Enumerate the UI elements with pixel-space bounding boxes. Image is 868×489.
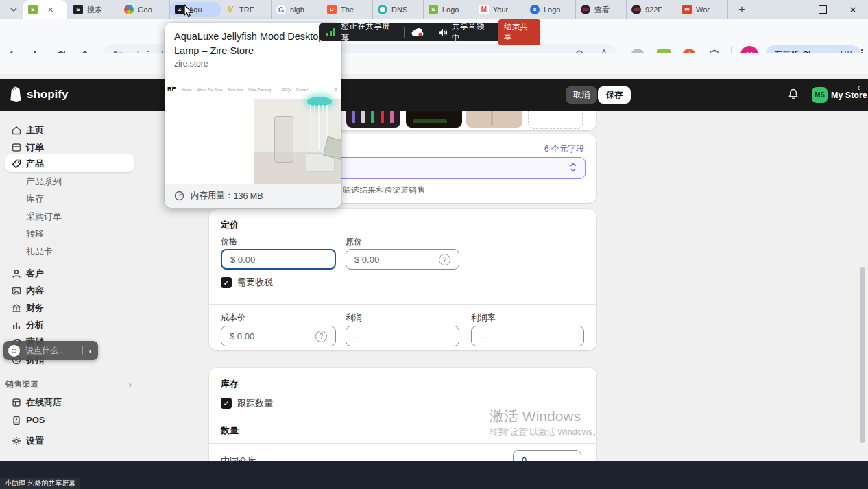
collapse-widget-button[interactable]: ‹	[89, 346, 92, 356]
tab-search-chevron-icon[interactable]	[5, 1, 22, 18]
share-comment-widget: 说点什么... ‹	[3, 341, 98, 360]
sidebar-item-products-active[interactable]: 产品	[0, 155, 137, 172]
compare-price-label: 原价	[346, 236, 362, 248]
chevron-right-icon: ›	[129, 379, 132, 390]
tab-trends[interactable]: V TRE	[221, 0, 272, 19]
site-nav-item: Shop Now	[228, 88, 243, 92]
tab-922-view[interactable]: 922 查看	[576, 0, 627, 19]
help-icon[interactable]: ?	[439, 254, 450, 265]
help-icon[interactable]: ?	[315, 331, 327, 342]
page-scrollbar-thumb[interactable]	[860, 267, 865, 443]
audio-sharing-text: 共享音频中	[452, 21, 492, 44]
track-quantity-checkbox-row[interactable]: ✓ 跟踪数量	[221, 397, 273, 409]
cost-input[interactable]: $ 0.00 ?	[221, 326, 336, 346]
quantity-heading: 数量	[221, 425, 239, 437]
margin-input[interactable]: --	[471, 326, 584, 346]
new-tab-button[interactable]: +	[734, 3, 750, 16]
preview-footer: 内存用量： 136 MB	[165, 184, 341, 208]
maximize-button[interactable]	[808, 0, 838, 19]
tab-logo-shopify[interactable]: S Logo	[424, 0, 474, 19]
close-window-button[interactable]: ✕	[838, 0, 868, 19]
tax-label: 需要收税	[237, 276, 273, 289]
chevron-left-icon[interactable]: ‹	[857, 82, 860, 93]
sidebar-item-settings[interactable]: 设置	[0, 432, 137, 449]
google-colorful-favicon	[124, 5, 134, 14]
checkbox-checked-icon[interactable]: ✓	[221, 398, 232, 409]
speaker-icon	[438, 28, 448, 37]
sidebar-item-finance[interactable]: 财务	[0, 299, 137, 316]
signal-bars-icon	[326, 28, 335, 36]
tax-checkbox-row[interactable]: ✓ 需要收税	[221, 276, 273, 289]
product-photo	[254, 99, 341, 184]
sidebar-item-gift-cards[interactable]: 礼品卡	[0, 243, 137, 260]
compare-price-input[interactable]: $ 0.00 ?	[346, 249, 459, 270]
profit-input[interactable]: --	[346, 326, 459, 346]
sidebar-item-purchase-orders[interactable]: 采购订单	[0, 208, 137, 225]
sidebar-item-analytics[interactable]: 分析	[0, 316, 137, 333]
preview-site-thumbnail: RE Home About Zire Store Shop Now Order …	[165, 76, 341, 184]
minimize-button[interactable]: —	[777, 0, 808, 19]
tab-close-icon[interactable]: ✕	[47, 5, 53, 14]
margin-label: 利润率	[471, 312, 496, 324]
sidebar-item-orders[interactable]: 订单	[0, 139, 137, 156]
blue-app-favicon: 8	[530, 5, 540, 14]
wps-favicon: W	[682, 5, 692, 14]
sidebar-item-inventory[interactable]: 库存	[0, 190, 137, 207]
widget-divider	[82, 346, 83, 355]
sidebar-item-transfers[interactable]: 转移	[0, 225, 137, 242]
sidebar-item-content[interactable]: 内容	[0, 282, 137, 299]
stop-sharing-button[interactable]: 结束共享	[498, 19, 540, 45]
home-icon	[11, 125, 22, 136]
tab-google[interactable]: Goo	[119, 0, 170, 19]
tab-search[interactable]: S 搜索	[69, 0, 119, 19]
checkbox-checked-icon[interactable]: ✓	[221, 277, 232, 288]
site-nav-item: Home	[182, 88, 191, 92]
orange-u-favicon: U	[327, 5, 337, 14]
price-input[interactable]: $ 0.00	[221, 249, 336, 270]
shopify-dark-favicon: S	[73, 5, 83, 14]
sales-channels-header[interactable]: 销售渠道 ›	[5, 379, 132, 390]
tab-aqualuxe-hovered[interactable]: Z Aqu	[170, 2, 221, 17]
activate-windows-hint: 转到“设置”以激活 Windows。	[490, 427, 601, 438]
screen-share-toast: 您正在共享屏幕 共享音频中 结束共享	[319, 23, 540, 41]
tab-dns[interactable]: DNS	[373, 0, 424, 19]
cost-label: 成本价	[221, 312, 245, 324]
card-divider	[209, 304, 596, 305]
price-label: 价格	[221, 236, 237, 248]
toast-divider	[431, 27, 431, 38]
mouse-cursor	[184, 4, 194, 19]
comment-input[interactable]: 说点什么...	[25, 345, 82, 357]
cancel-button[interactable]: 取消	[566, 86, 597, 104]
store-name: My Store	[831, 91, 867, 100]
memory-usage-value: 136 MB	[234, 191, 263, 201]
store-avatar[interactable]: MS	[812, 87, 828, 103]
memory-usage-label: 内存用量：	[191, 190, 234, 202]
tab-word[interactable]: W Wor	[677, 0, 728, 19]
sidebar-item-customers[interactable]: 客户	[0, 265, 137, 282]
tab-922[interactable]: 922 922F	[627, 0, 677, 19]
select-updown-icon	[570, 162, 577, 173]
sidebar-item-home[interactable]: 主页	[0, 121, 137, 139]
shopify-logo[interactable]: shopify	[9, 86, 68, 102]
screen: S ✕ S 搜索 Goo Z Aqu V TRE G nigh U The	[0, 0, 868, 489]
tab-preview-card: AquaLuxe Jellyfish Mood Desktop Lamp – Z…	[165, 23, 341, 208]
sidebar-item-pos[interactable]: POS	[0, 412, 137, 429]
tab-gmail[interactable]: M Your	[474, 0, 525, 19]
tab-night[interactable]: G nigh	[272, 0, 322, 19]
category-hint-text: 筛选结果和跨渠道销售	[343, 184, 425, 196]
windows-taskbar: W ✕ 8	[0, 461, 868, 489]
shopify-favicon: S	[28, 5, 38, 14]
pricing-card: 定价 价格 $ 0.00 原价 $ 0.00 ? ✓ 需要收税 成本价 $ 0.…	[209, 209, 596, 350]
pricing-title: 定价	[221, 219, 239, 231]
bank-icon	[11, 302, 22, 313]
tab-the[interactable]: U The	[322, 0, 373, 19]
sidebar-item-collections[interactable]: 产品系列	[0, 173, 137, 190]
tag-icon	[11, 158, 22, 169]
tab-shopify-admin[interactable]: S ✕	[23, 0, 67, 19]
tab-logo-blue[interactable]: 8 Logo	[525, 0, 576, 19]
metafields-link[interactable]: 6 个元字段	[544, 143, 584, 155]
share-session-label: 小助理-艺舒的共享屏幕	[0, 478, 80, 489]
save-button[interactable]: 保存	[598, 86, 631, 104]
notifications-bell-icon[interactable]	[787, 88, 799, 101]
sidebar-item-online-store[interactable]: 在线商店	[0, 394, 137, 411]
